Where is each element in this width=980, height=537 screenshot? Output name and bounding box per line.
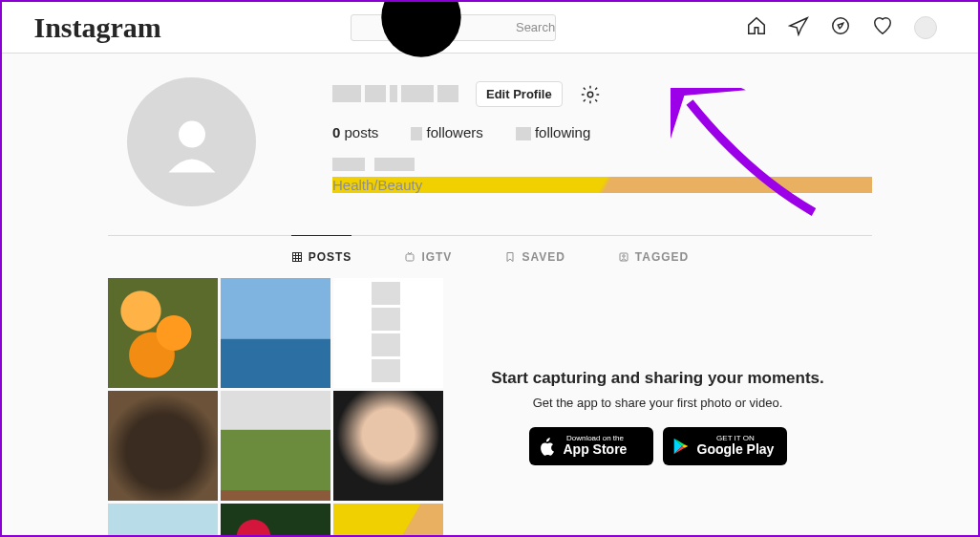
get-app-promo: Start capturing and sharing your moments…	[443, 278, 872, 537]
sample-post	[333, 278, 443, 388]
avatar-placeholder-icon	[159, 109, 225, 176]
edit-profile-button[interactable]: Edit Profile	[476, 81, 563, 107]
search-input[interactable]: Search	[351, 14, 556, 41]
app-store-button[interactable]: Download on theApp Store	[529, 427, 653, 465]
apple-icon	[537, 436, 558, 457]
sample-posts-grid	[108, 278, 443, 537]
stat-posts: 0 posts	[332, 124, 378, 140]
sample-post	[108, 278, 218, 388]
google-play-icon	[671, 436, 692, 457]
instagram-logo[interactable]: Instagram	[34, 11, 161, 44]
sample-post	[333, 504, 443, 537]
promo-headline: Start capturing and sharing your moments…	[491, 369, 824, 388]
activity-icon[interactable]	[872, 15, 893, 40]
username-redacted	[332, 85, 458, 104]
stat-followers[interactable]: followers	[411, 124, 482, 140]
saved-icon	[504, 251, 516, 263]
svg-point-2	[832, 17, 848, 33]
profile-stats: 0 posts followers following	[332, 124, 872, 140]
sample-post	[108, 504, 218, 537]
svg-rect-11	[406, 254, 414, 261]
tab-saved[interactable]: SAVED	[504, 235, 565, 278]
sample-post	[333, 391, 443, 501]
profile-avatar-small[interactable]	[914, 16, 937, 39]
sample-post	[221, 504, 330, 537]
profile-main: Edit Profile 0 posts followers following…	[108, 54, 872, 537]
svg-marker-3	[838, 23, 843, 29]
stat-following[interactable]: following	[516, 124, 591, 140]
display-name-redacted	[332, 158, 872, 171]
sample-post	[221, 278, 330, 388]
messages-icon[interactable]	[788, 15, 809, 40]
explore-icon[interactable]	[830, 15, 851, 40]
promo-sub: Get the app to share your first photo or…	[533, 396, 783, 410]
svg-point-13	[623, 255, 626, 258]
sample-post	[108, 391, 218, 501]
svg-point-4	[179, 120, 205, 147]
tab-posts[interactable]: POSTS	[291, 235, 352, 278]
svg-rect-6	[292, 253, 301, 262]
google-play-button[interactable]: GET IT ONGoogle Play	[663, 427, 787, 465]
svg-line-1	[451, 47, 484, 80]
search-placeholder: Search	[516, 20, 555, 34]
profile-avatar-large[interactable]	[127, 77, 256, 206]
grid-icon	[291, 251, 303, 263]
tagged-icon	[618, 251, 629, 263]
tab-tagged[interactable]: TAGGED	[618, 235, 689, 278]
profile-category: Health/Beauty	[332, 177, 872, 193]
home-icon[interactable]	[746, 15, 767, 40]
sample-post	[221, 391, 330, 501]
svg-point-0	[381, 0, 460, 57]
igtv-icon	[404, 251, 415, 263]
settings-gear-icon[interactable]	[580, 84, 601, 105]
top-nav: Instagram Search	[2, 2, 978, 54]
tab-igtv[interactable]: IGTV	[404, 235, 452, 278]
svg-point-5	[587, 92, 593, 97]
profile-tabs: POSTS IGTV SAVED TAGGED	[108, 235, 872, 278]
